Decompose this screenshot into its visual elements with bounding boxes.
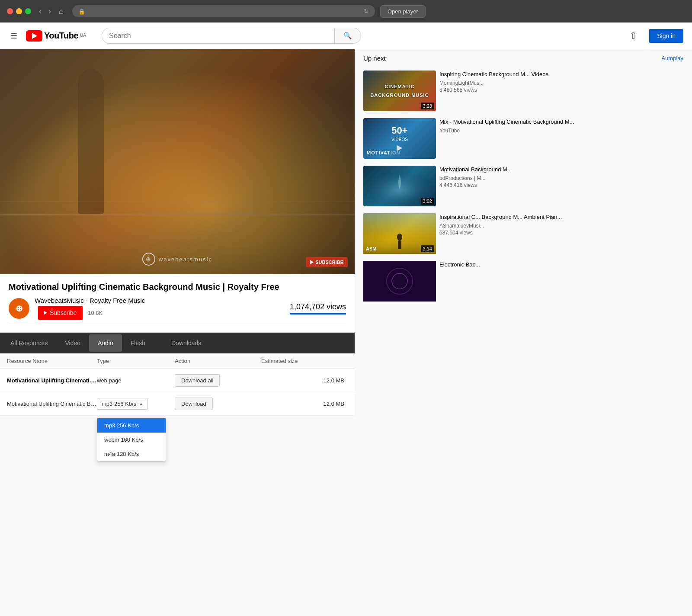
- svg-rect-0: [0, 49, 355, 274]
- channel-3: bdProductions | M...: [439, 175, 683, 181]
- video-title-2: Mix - Motivational Uplifting Cinematic B…: [439, 118, 683, 126]
- dropdown-menu: mp3 256 Kb/s webm 160 Kb/s m4a 128 Kb/s: [97, 418, 166, 462]
- duration-4: 3:14: [421, 245, 434, 252]
- video-meta-5: Electronic Bac...: [439, 261, 683, 302]
- selected-format: mp3 256 Kb/s: [102, 401, 136, 407]
- size-cell-2: 12,0 MB: [261, 401, 348, 407]
- suggested-video-4[interactable]: ASM 3:14 Inspirational C... Background M…: [362, 210, 685, 257]
- video-title-3: Motivational Background M...: [439, 166, 683, 173]
- resource-name-1: Motivational Uplifting Cinemati...Music …: [7, 377, 97, 384]
- play-icon: [32, 33, 37, 39]
- traffic-lights: [7, 8, 31, 14]
- svg-rect-1: [78, 84, 104, 214]
- autoplay-label[interactable]: Autoplay: [661, 55, 683, 61]
- youtube-logo-text: YouTube: [44, 31, 78, 41]
- reload-button[interactable]: ↻: [364, 8, 369, 15]
- action-cell-2: Download: [175, 398, 261, 410]
- download-all-button[interactable]: Download all: [175, 374, 220, 387]
- tab-video[interactable]: Video: [56, 334, 89, 352]
- nav-buttons: ‹ › ⌂: [36, 6, 67, 17]
- duration-3: 3:02: [421, 198, 434, 205]
- resource-table: Resource Name Type Action Estimated size…: [0, 353, 355, 416]
- resource-tabs: All Resources Video Audio Flash Download…: [0, 333, 355, 353]
- suggested-video-5[interactable]: ELECTRONIC Electronic Bac...: [362, 257, 685, 305]
- svg-rect-3: [0, 214, 355, 215]
- type-cell-1: web page: [97, 377, 175, 384]
- thumbnail-2: 50+ VIDEOS ▶ MOTIVATION: [363, 118, 436, 159]
- back-button[interactable]: ‹: [36, 6, 44, 17]
- youtube-logo-icon: [26, 30, 42, 42]
- svg-point-2: [78, 69, 104, 99]
- format-display[interactable]: mp3 256 Kb/s ▲: [97, 398, 148, 410]
- suggested-video-3[interactable]: 3:02 Motivational Background M... bdProd…: [362, 162, 685, 210]
- video-player[interactable]: ⊕ wavebeatsmusic SUBSCRIBE: [0, 49, 355, 274]
- views-3: 4,446,416 views: [439, 182, 683, 188]
- svg-rect-9: [363, 261, 436, 302]
- up-next-header: Up next Autoplay: [362, 49, 685, 67]
- youtube-logo[interactable]: YouTube UA: [26, 30, 86, 42]
- minimize-button[interactable]: [16, 8, 22, 14]
- type-cell-2: mp3 256 Kb/s ▲ mp3 256 Kb/s webm 160 Kb/…: [97, 398, 175, 410]
- video-background: ⊕ wavebeatsmusic SUBSCRIBE: [0, 49, 355, 274]
- lock-icon: 🔒: [78, 8, 85, 15]
- close-button[interactable]: [7, 8, 13, 14]
- duration-1: 3:23: [421, 103, 434, 109]
- thumb-subtext-1: BACKGROUND MUSIC: [368, 91, 430, 99]
- fifty-plus-text: 50+: [391, 125, 407, 136]
- video-watermark: ⊕ wavebeatsmusic: [142, 253, 212, 266]
- subscriber-count: 10.8K: [88, 310, 103, 316]
- dropdown-item-mp3[interactable]: mp3 256 Kb/s: [97, 418, 166, 433]
- video-meta-2: Mix - Motivational Uplifting Cinematic B…: [439, 118, 683, 159]
- view-count: 1,074,702 views: [290, 302, 346, 314]
- search-button[interactable]: 🔍: [334, 28, 361, 44]
- home-button[interactable]: ⌂: [55, 6, 67, 17]
- size-cell-1: 12,0 MB: [261, 377, 348, 384]
- svg-point-7: [397, 234, 402, 241]
- video-title-5: Electronic Bac...: [439, 261, 683, 269]
- download-button[interactable]: Download: [175, 398, 213, 410]
- dropdown-item-m4a[interactable]: m4a 128 Kb/s: [97, 447, 166, 461]
- subscribe-badge[interactable]: SUBSCRIBE: [306, 257, 348, 267]
- action-cell-1: Download all: [175, 374, 261, 387]
- address-bar[interactable]: 🔒 https://www.youtube.com/watch?v=5hTaTr…: [72, 5, 375, 17]
- table-row: Motivational Uplifting Cinematic Backgro…: [0, 392, 355, 416]
- thumbnail-1: CINEMATIC BACKGROUND MUSIC 3:23: [363, 71, 436, 111]
- url-input[interactable]: https://www.youtube.com/watch?v=5hTaTrJo…: [89, 8, 360, 15]
- main-content: ⊕ wavebeatsmusic SUBSCRIBE Motivational …: [0, 49, 692, 416]
- sign-in-button[interactable]: Sign in: [649, 29, 683, 43]
- open-player-button[interactable]: Open player: [380, 5, 426, 18]
- channel-avatar[interactable]: ⊕: [9, 298, 29, 319]
- youtube-logo-ua: UA: [80, 33, 86, 38]
- table-row: Motivational Uplifting Cinemati...Music …: [0, 369, 355, 392]
- header-estimated-size: Estimated size: [261, 358, 348, 364]
- subscribe-button[interactable]: Subscribe: [38, 306, 83, 320]
- youtube-header: ☰ YouTube UA 🔍 ⇧ Sign in: [0, 22, 692, 49]
- tab-downloads[interactable]: Downloads: [163, 334, 210, 352]
- svg-rect-8: [398, 241, 401, 249]
- table-header: Resource Name Type Action Estimated size: [0, 353, 355, 369]
- thumbnail-4: ASM 3:14: [363, 213, 436, 254]
- thumbnail-image-5: ELECTRONIC: [363, 261, 436, 302]
- resource-name-2: Motivational Uplifting Cinematic Backgro…: [7, 401, 97, 407]
- forward-button[interactable]: ›: [46, 6, 54, 17]
- header-action: Action: [175, 358, 261, 364]
- svg-rect-4: [0, 201, 355, 202]
- suggested-video-2[interactable]: 50+ VIDEOS ▶ MOTIVATION Mix - Motivation…: [362, 115, 685, 162]
- video-meta-1: Inspiring Cinematic Background M... Vide…: [439, 71, 683, 111]
- tab-all-resources[interactable]: All Resources: [2, 334, 56, 352]
- hamburger-icon[interactable]: ☰: [9, 29, 19, 42]
- thumbnail-image-2: 50+ VIDEOS ▶ MOTIVATION: [363, 118, 436, 159]
- tab-flash[interactable]: Flash: [122, 334, 154, 352]
- maximize-button[interactable]: [25, 8, 31, 14]
- search-container: 🔍: [102, 28, 361, 44]
- views-4: 687,604 views: [439, 230, 683, 236]
- header-resource-name: Resource Name: [7, 358, 97, 364]
- upload-icon[interactable]: ⇧: [624, 29, 642, 43]
- dropdown-item-webm[interactable]: webm 160 Kb/s: [97, 433, 166, 447]
- video-title: Motivational Uplifting Cinematic Backgro…: [9, 281, 346, 292]
- video-meta-4: Inspirational C... Background M... Ambie…: [439, 213, 683, 254]
- search-input[interactable]: [102, 28, 334, 44]
- channel-2: YouTube: [439, 128, 683, 134]
- tab-audio[interactable]: Audio: [89, 334, 122, 352]
- suggested-video-1[interactable]: CINEMATIC BACKGROUND MUSIC 3:23 Inspirin…: [362, 67, 685, 115]
